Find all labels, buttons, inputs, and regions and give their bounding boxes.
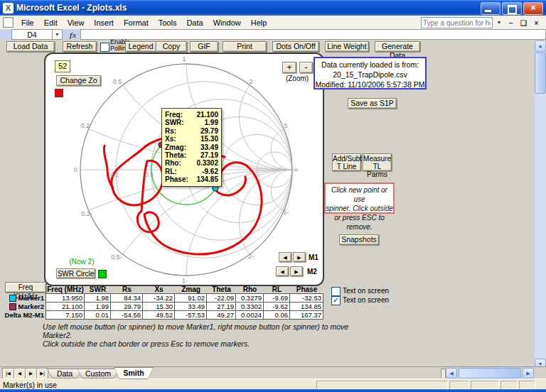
tooltip-label: RL:	[165, 168, 177, 175]
menu-item-edit[interactable]: Edit	[39, 17, 63, 28]
swr-circle-button[interactable]: SWR Circle	[56, 268, 95, 278]
table-cell[interactable]: -54.56	[110, 310, 143, 320]
marker1-row-label: Marker1	[2, 294, 46, 303]
help-search-input[interactable]	[421, 17, 493, 28]
worksheet-icon	[3, 17, 14, 28]
table-cell[interactable]: 7.150	[46, 310, 85, 320]
copy-button[interactable]: Copy	[156, 41, 187, 52]
last-sheet-button[interactable]: ▶|	[36, 368, 48, 379]
restore-button[interactable]	[502, 2, 522, 15]
zo-value-box[interactable]: 52	[55, 60, 70, 72]
marker2-label: Marker2	[18, 303, 44, 311]
prev-sheet-button[interactable]: ◀	[14, 368, 26, 379]
name-box[interactable]	[11, 29, 53, 40]
menu-item-help[interactable]: Help	[246, 17, 272, 28]
menu-bar: File Edit View Insert Format Tools Data …	[0, 16, 546, 30]
generate-data-button[interactable]: Generate Data	[375, 41, 420, 52]
marker-data-tooltip: Freq:21.100 SWR:1.99 Rs:29.79 Xs:15.30 Z…	[161, 108, 222, 187]
change-zo-button[interactable]: Change Zo	[56, 75, 101, 86]
horizontal-scroll-thumb[interactable]	[459, 368, 521, 379]
table-cell[interactable]: 49.27	[206, 310, 236, 320]
vertical-scroll-thumb[interactable]	[535, 53, 546, 94]
measure-tl-parms-button[interactable]: Measure TL Parms	[363, 153, 392, 171]
marker2-spin-left[interactable]: ◀	[276, 266, 289, 276]
add-subt-t-line-button[interactable]: Add/Subt T Line	[332, 153, 361, 171]
window-title: Microsoft Excel - Zplots.xls	[16, 3, 127, 13]
close-button[interactable]: ×	[523, 2, 543, 15]
scroll-up-button[interactable]: ▲	[535, 40, 546, 52]
marker2-spin-right[interactable]: ▶	[290, 266, 303, 276]
text-on-screen-label-1: Text on screen	[343, 287, 389, 295]
dots-on-off-button[interactable]: Dots On/Off	[272, 41, 319, 52]
refresh-button[interactable]: Refresh	[63, 41, 97, 52]
line-weight-button[interactable]: Line Weight	[325, 41, 369, 52]
tooltip-label: SWR:	[165, 119, 184, 126]
gif-button[interactable]: GIF	[190, 41, 218, 52]
svg-text:2: 2	[249, 78, 252, 85]
next-sheet-button[interactable]: ▶	[25, 368, 37, 379]
legend-button[interactable]: Legend	[125, 41, 156, 52]
tooltip-label: Rho:	[165, 160, 181, 167]
marker2-swatch	[9, 303, 16, 310]
measure-label-2: TL Parms	[367, 163, 387, 178]
loaded-data-info-box: Data currently loaded is from: 20_15_Tra…	[314, 57, 427, 89]
window-bottom-border	[0, 389, 546, 392]
tab-custom[interactable]: Custom	[77, 369, 119, 379]
menu-item-data[interactable]: Data	[181, 17, 208, 28]
formula-input[interactable]	[80, 29, 546, 40]
zoom-out-button[interactable]: -	[299, 62, 313, 73]
menu-item-window[interactable]: Window	[208, 17, 246, 28]
save-as-s1p-button[interactable]: Save as S1P	[348, 98, 397, 109]
tooltip-label: Xs:	[165, 136, 176, 143]
tooltip-value: 33.49	[200, 144, 218, 151]
status-cell	[316, 381, 448, 389]
svg-text:0.2: 0.2	[110, 171, 119, 178]
zoom-caption: (Zoom)	[279, 75, 315, 82]
menu-item-insert[interactable]: Insert	[89, 17, 119, 28]
workbook-close-button[interactable]: ×	[531, 18, 542, 28]
hscroll-right-button[interactable]: ▶	[523, 368, 534, 379]
fx-icon[interactable]: fx	[70, 31, 76, 39]
scroll-up-icon: ▲	[538, 43, 543, 48]
tab-scrollbar-splitter[interactable]	[441, 369, 446, 379]
tooltip-value: 29.79	[200, 128, 218, 135]
zoom-in-button[interactable]: +	[282, 62, 296, 73]
trace-legend-swatch	[55, 89, 63, 97]
name-box-dropdown-icon[interactable]: ▼	[53, 29, 63, 40]
table-cell[interactable]: 0.0024	[235, 310, 264, 320]
first-sheet-button[interactable]: |◀	[2, 368, 14, 379]
menu-item-format[interactable]: Format	[119, 17, 154, 28]
marker2-row-label: Marker2	[2, 303, 46, 311]
table-cell[interactable]: 49.52	[142, 310, 175, 320]
tab-smith[interactable]: Smith	[114, 367, 154, 379]
table-cell[interactable]: -57.53	[174, 310, 207, 320]
snapshots-button[interactable]: Snapshots	[339, 234, 379, 245]
workbook-restore-button[interactable]: ❏	[518, 18, 529, 28]
menu-item-view[interactable]: View	[63, 17, 90, 28]
scroll-right-icon: ▶	[526, 371, 530, 376]
tooltip-label: Theta:	[165, 152, 186, 159]
measure-label-1: Measure	[363, 155, 391, 163]
table-cell[interactable]: 0.01	[84, 310, 111, 320]
svg-text:0.2: 0.2	[81, 122, 90, 129]
svg-text:0: 0	[73, 166, 77, 173]
menu-item-file[interactable]: File	[16, 17, 39, 28]
table-cell[interactable]: 0.06	[263, 310, 290, 320]
load-data-button[interactable]: Load Data	[6, 41, 55, 52]
text-on-screen-checkbox-1[interactable]	[331, 287, 341, 296]
workbook-minimize-button[interactable]: –	[505, 18, 516, 28]
enable-polling-checkbox[interactable]	[100, 43, 109, 52]
svg-text:5: 5	[284, 122, 287, 129]
vertical-scrollbar[interactable]: ▲ ▼	[535, 40, 546, 370]
marker1-spin-right[interactable]: ▶	[293, 252, 306, 262]
scroll-down-icon: ▼	[538, 361, 543, 366]
marker1-spin-left[interactable]: ◀	[279, 252, 291, 262]
print-preview-button[interactable]: Print Preview	[223, 41, 267, 52]
menu-item-tools[interactable]: Tools	[154, 17, 182, 28]
text-on-screen-checkbox-2[interactable]: ✓	[331, 296, 341, 305]
help-dropdown-icon[interactable]: ▼	[495, 17, 503, 28]
tab-data[interactable]: Data	[47, 369, 82, 379]
minimize-button[interactable]	[481, 2, 500, 15]
table-cell[interactable]: 167.37	[289, 310, 323, 320]
hscroll-left-button[interactable]: ◀	[446, 368, 457, 379]
